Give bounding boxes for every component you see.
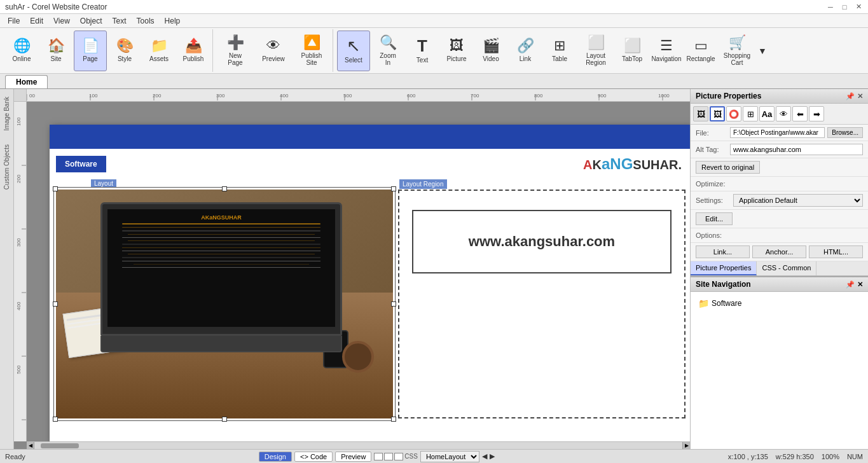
menu-tools[interactable]: Tools <box>132 15 160 27</box>
brand-suhar: SUHAR <box>633 158 678 172</box>
menu-edit[interactable]: Edit <box>25 15 48 27</box>
close-button[interactable]: ✕ <box>854 3 863 11</box>
tool-publish[interactable]: 📤 Publish <box>177 31 210 71</box>
tool-rectangle[interactable]: ▭ Rectangle <box>684 31 717 71</box>
handle-tm[interactable] <box>222 186 227 191</box>
panel-tool-image1[interactable]: 🖼 <box>693 106 708 121</box>
horizontal-scrollbar[interactable]: ◀ ▶ <box>27 441 690 449</box>
tool-assets[interactable]: 📁 Assets <box>142 31 176 71</box>
handle-bm[interactable] <box>222 417 227 422</box>
minimize-button[interactable]: ─ <box>826 3 835 11</box>
tool-layout-region[interactable]: ⬜ LayoutRegion <box>577 31 614 71</box>
menu-text[interactable]: Text <box>107 15 132 27</box>
zoom-display: 100% <box>822 453 839 460</box>
menu-view[interactable]: View <box>48 15 75 27</box>
handle-br[interactable] <box>391 417 396 422</box>
tool-site[interactable]: 🏠 Site <box>39 31 72 71</box>
scroll-left-status[interactable]: ◀ <box>482 452 487 460</box>
panel-tool-eye[interactable]: 👁 <box>776 106 791 121</box>
tool-shopping-cart-label: ShoppingCart <box>724 52 750 66</box>
tool-new-page[interactable]: ➕ NewPage <box>217 31 254 71</box>
css-label: CSS <box>404 453 418 460</box>
table-icon: ⊞ <box>554 39 565 53</box>
anchor-button[interactable]: Anchor... <box>752 245 806 258</box>
tool-navigation[interactable]: ☰ Navigation <box>650 31 683 71</box>
tool-page[interactable]: 📄 Page <box>74 31 107 71</box>
tool-zoom-in[interactable]: 🔍 ZoomIn <box>371 31 404 71</box>
panel-tool-left-arrow[interactable]: ⬅ <box>792 106 808 121</box>
tool-publish-site[interactable]: 🔼 PublishSite <box>293 31 330 71</box>
handle-tr[interactable] <box>391 186 396 191</box>
dimensions-display: w:529 h:350 <box>776 453 814 460</box>
software-nav-button[interactable]: Software <box>56 156 106 172</box>
panel-tool-right-arrow[interactable]: ➡ <box>809 106 824 121</box>
tool-style[interactable]: 🎨 Style <box>108 31 141 71</box>
laptop-lid: AKaNGSUHAR <box>100 202 342 336</box>
menu-help[interactable]: Help <box>160 15 186 27</box>
ruler-horizontal: 00 100 200 300 400 500 600 700 8 <box>27 89 690 102</box>
menu-object[interactable]: Object <box>75 15 107 27</box>
scroll-right-button[interactable]: ▶ <box>682 442 690 449</box>
toolbar-group-tools: ↖ Select 🔍 ZoomIn T Text 🖼 Picture 🎬 Vid… <box>334 29 771 72</box>
handle-tl[interactable] <box>53 186 58 191</box>
screen-line-12 <box>122 261 320 261</box>
layout-region-container: Layout Region www.akangsuhar.com <box>398 190 685 418</box>
nav-tree-item-software[interactable]: 📁 Software <box>696 297 863 310</box>
panel-tool-circle[interactable]: ⭕ <box>726 106 741 121</box>
revert-button[interactable]: Revert to original <box>696 161 760 174</box>
tool-select-label: Select <box>345 57 362 64</box>
tool-shopping-cart[interactable]: 🛒 ShoppingCart <box>719 31 755 71</box>
panel-tool-image2[interactable]: 🖼 <box>710 106 725 121</box>
site-nav-close[interactable]: ✕ <box>857 280 863 289</box>
layout-icon-2[interactable] <box>384 453 393 460</box>
handle-mr[interactable] <box>391 301 396 307</box>
tool-tabtop[interactable]: ⬜ TabTop <box>616 31 649 71</box>
laptop-body: AKaNGSUHAR <box>100 202 342 355</box>
maximize-button[interactable]: □ <box>840 3 849 11</box>
edit-button[interactable]: Edit... <box>696 212 733 225</box>
panel-tool-grid[interactable]: ⊞ <box>743 106 758 121</box>
tool-video[interactable]: 🎬 Video <box>474 31 507 71</box>
tool-picture[interactable]: 🖼 Picture <box>440 31 473 71</box>
alt-tag-input[interactable] <box>730 144 863 155</box>
layout-select[interactable]: HomeLayout <box>420 451 479 462</box>
file-input[interactable] <box>730 127 825 138</box>
laptop-screen-inner: AKaNGSUHAR <box>107 209 335 327</box>
layout-icon-3[interactable] <box>394 453 403 460</box>
tab-picture-properties[interactable]: Picture Properties <box>691 261 757 275</box>
browse-button[interactable]: Browse... <box>827 127 863 138</box>
tab-home[interactable]: Home <box>5 75 48 88</box>
tool-table[interactable]: ⊞ Table <box>543 31 576 71</box>
tool-preview[interactable]: 👁 Preview <box>255 31 292 71</box>
screen-line-3 <box>122 230 320 232</box>
preview-mode-button[interactable]: Preview <box>335 452 371 462</box>
code-mode-button[interactable]: <> Code <box>294 452 333 462</box>
ruler-corner <box>14 89 27 102</box>
link-button[interactable]: Link... <box>696 245 750 258</box>
handle-ml[interactable] <box>53 301 58 307</box>
tool-select[interactable]: ↖ Select <box>337 31 370 71</box>
tool-online[interactable]: 🌐 Online <box>5 31 38 71</box>
layout-icon-1[interactable] <box>374 453 383 460</box>
menu-file[interactable]: File <box>3 15 25 27</box>
handle-bl[interactable] <box>53 417 58 422</box>
scroll-left-button[interactable]: ◀ <box>27 442 34 449</box>
layout-region-inner: www.akangsuhar.com <box>412 210 672 273</box>
scroll-thumb-h[interactable] <box>41 443 79 448</box>
screen-line-5 <box>122 237 320 238</box>
panel-tool-aa[interactable]: Aa <box>759 106 775 121</box>
tool-publish-label: Publish <box>183 55 204 62</box>
tool-more[interactable]: ▼ <box>757 31 768 71</box>
panel-close-button[interactable]: ✕ <box>857 92 863 100</box>
site-nav-pin[interactable]: 📌 <box>846 280 855 289</box>
html-button[interactable]: HTML... <box>809 245 863 258</box>
screen-line-1 <box>122 223 320 225</box>
settings-select[interactable]: Application Default <box>733 194 863 207</box>
page-nav-row: Software AKaNGSUHAR. <box>50 149 690 179</box>
panel-pin-button[interactable]: 📌 <box>846 92 855 100</box>
tool-text[interactable]: T Text <box>406 31 439 71</box>
scroll-right-status[interactable]: ▶ <box>490 452 495 460</box>
tool-link[interactable]: 🔗 Link <box>509 31 542 71</box>
design-mode-button[interactable]: Design <box>259 452 292 462</box>
tab-css-common[interactable]: CSS - Common <box>757 261 816 275</box>
